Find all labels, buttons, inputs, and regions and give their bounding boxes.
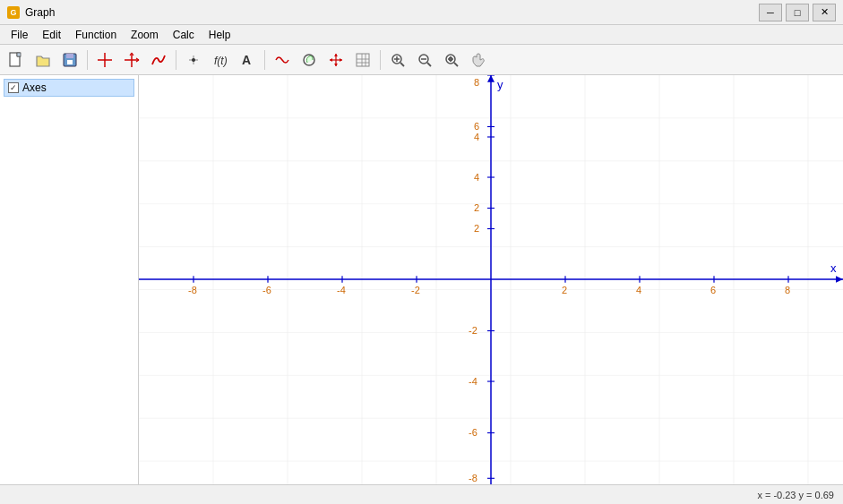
svg-text:2: 2 [474,224,479,235]
maximize-button[interactable]: □ [786,4,809,21]
svg-text:-4: -4 [337,286,346,296]
wave-icon [274,52,290,68]
sep2 [176,50,176,70]
svg-text:-2: -2 [411,286,420,296]
menu-calc[interactable]: Calc [166,25,202,45]
open-button[interactable] [30,48,56,72]
svg-text:-8: -8 [188,286,197,296]
grid-icon [355,52,371,68]
svg-text:A: A [242,53,251,67]
svg-text:6: 6 [474,122,479,132]
new-icon [8,52,24,68]
title-label: Graph [25,6,55,19]
zoom-fit-icon [443,52,460,68]
menu-file[interactable]: File [4,25,35,45]
svg-rect-3 [66,54,73,58]
svg-point-15 [192,58,195,62]
text-icon: A [239,52,255,68]
crosshair-button[interactable] [92,48,117,72]
zoom-xy-button[interactable] [119,48,144,72]
svg-text:8: 8 [474,78,479,89]
grid-button[interactable] [350,48,375,72]
zoom-out-button[interactable] [412,48,437,72]
left-panel: ✓ Axes [0,75,139,484]
svg-text:-6: -6 [469,428,477,439]
circle-icon [301,52,317,68]
titlebar: G Graph ─ □ ✕ [0,0,843,25]
graph-canvas: x y -8 -6 -4 -2 2 4 [139,75,843,484]
svg-rect-21 [357,54,369,66]
svg-text:6: 6 [710,286,716,296]
zoom-xy-icon [124,52,140,68]
svg-text:f(t): f(t) [214,55,228,67]
menubar: File Edit Function Zoom Calc Help [0,25,843,45]
svg-line-29 [400,63,404,66]
graph-line-icon [151,52,167,68]
func-icon: f(t) [212,52,228,68]
svg-rect-4 [67,60,73,64]
sep4 [380,50,381,70]
svg-text:-4: -4 [469,376,477,387]
graph-area[interactable]: x y -8 -6 -4 -2 2 4 [139,75,843,484]
menu-edit[interactable]: Edit [35,25,68,45]
svg-text:x: x [830,262,837,276]
func-button[interactable]: f(t) [208,48,233,72]
pan-icon [470,52,486,68]
svg-line-37 [454,63,458,66]
svg-text:-8: -8 [469,473,477,483]
open-icon [35,52,51,68]
point-button[interactable] [181,48,206,72]
toolbar: f(t) A [0,45,843,75]
axes-checkbox[interactable]: ✓ [8,82,19,93]
svg-rect-1 [17,53,21,56]
wave-button[interactable] [270,48,295,72]
new-button[interactable] [4,48,29,72]
svg-text:4: 4 [474,132,479,142]
circle-button[interactable] [297,48,322,72]
svg-text:-6: -6 [262,286,271,296]
svg-text:y: y [497,79,503,92]
minimize-button[interactable]: ─ [759,4,782,21]
main-area: ✓ Axes [0,75,843,484]
save-icon [62,52,78,68]
svg-text:2: 2 [474,203,479,214]
sep3 [264,50,265,70]
statusbar: x = -0.23 y = 0.69 [0,484,843,504]
svg-line-32 [427,63,431,66]
sep1 [87,50,88,70]
axes-item[interactable]: ✓ Axes [4,79,134,97]
coords-display: x = -0.23 y = 0.69 [757,490,834,500]
zoom-in-button[interactable] [385,48,410,72]
close-button[interactable]: ✕ [813,4,836,21]
svg-text:2: 2 [562,286,567,296]
zoom-in-icon [390,52,406,68]
axes-label: Axes [22,81,47,94]
menu-zoom[interactable]: Zoom [124,25,166,45]
point-icon [185,52,202,68]
zoom-out-icon [417,52,433,68]
graph-line-button[interactable] [146,48,171,72]
cross-move-button[interactable] [323,48,348,72]
save-button[interactable] [57,48,82,72]
titlebar-left: G Graph [7,6,55,19]
pan-button[interactable] [466,48,491,72]
svg-text:8: 8 [785,286,790,296]
svg-text:-2: -2 [469,326,477,337]
cross-move-icon [328,52,344,68]
app-icon: G [7,6,20,19]
menu-function[interactable]: Function [68,25,124,45]
svg-text:4: 4 [636,286,641,296]
zoom-fit-button[interactable] [439,48,464,72]
menu-help[interactable]: Help [202,25,238,45]
titlebar-controls: ─ □ ✕ [759,4,836,21]
text-button[interactable]: A [235,48,260,72]
crosshair-icon [97,52,113,68]
svg-text:4: 4 [474,172,479,183]
